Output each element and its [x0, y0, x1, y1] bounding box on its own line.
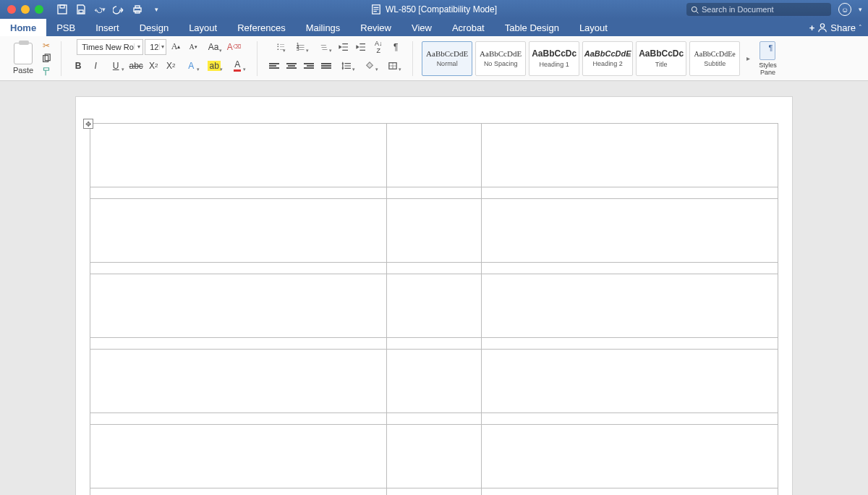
zoom-window-button[interactable]	[35, 5, 43, 14]
tab-design[interactable]: Design	[129, 19, 179, 36]
table-cell[interactable]	[482, 425, 778, 488]
text-effects-button[interactable]: A	[180, 58, 202, 74]
cut-button[interactable]: ✂	[41, 41, 52, 51]
tab-view[interactable]: View	[401, 19, 442, 36]
table-cell[interactable]	[482, 187, 778, 199]
table-cell[interactable]	[90, 413, 387, 425]
table-cell[interactable]	[482, 199, 778, 263]
tab-home[interactable]: Home	[0, 19, 46, 36]
styles-more-button[interactable]: ▸	[743, 41, 753, 76]
close-window-button[interactable]	[7, 5, 16, 14]
paste-button[interactable]: Paste	[9, 43, 38, 75]
highlight-button[interactable]: ab	[203, 58, 225, 74]
table-row[interactable]	[90, 338, 778, 350]
subscript-button[interactable]: X2	[145, 58, 161, 74]
decrease-indent-button[interactable]	[336, 39, 352, 55]
table-cell[interactable]	[386, 413, 482, 425]
table-cell[interactable]	[482, 413, 778, 425]
line-spacing-button[interactable]	[336, 58, 357, 74]
shrink-font-button[interactable]: A▾	[185, 39, 201, 55]
table-cell[interactable]	[90, 187, 387, 199]
align-left-button[interactable]	[266, 58, 282, 74]
table-cell[interactable]	[90, 338, 387, 350]
font-name-combo[interactable]: Times New Ro...▾	[77, 39, 143, 55]
sort-button[interactable]: A↓Z	[370, 39, 386, 55]
show-marks-button[interactable]: ¶	[388, 39, 404, 55]
style-heading-2[interactable]: AaBbCcDdEHeading 2	[582, 41, 633, 76]
table-row[interactable]	[90, 413, 778, 425]
justify-button[interactable]	[318, 58, 334, 74]
table-cell[interactable]	[90, 274, 387, 338]
styles-pane-button[interactable]: Styles Pane	[756, 41, 780, 76]
borders-button[interactable]	[382, 58, 404, 74]
clear-formatting-button[interactable]: A⌫	[226, 39, 242, 55]
table-cell[interactable]	[386, 488, 482, 496]
copy-button[interactable]	[41, 54, 52, 64]
underline-button[interactable]: U	[105, 58, 127, 74]
table-row[interactable]	[90, 199, 778, 263]
table-row[interactable]	[90, 187, 778, 199]
table-cell[interactable]	[90, 425, 387, 488]
print-icon[interactable]	[132, 4, 143, 15]
tab-insert[interactable]: Insert	[85, 19, 129, 36]
style-no-spacing[interactable]: AaBbCcDdENo Spacing	[475, 41, 526, 76]
feedback-dropdown-icon[interactable]: ▾	[859, 6, 862, 13]
table-cell[interactable]	[90, 124, 387, 187]
table-cell[interactable]	[386, 187, 482, 199]
table-row[interactable]	[90, 350, 778, 413]
qat-customize-icon[interactable]: ▾	[150, 4, 162, 15]
share-button[interactable]: + Share ˄	[809, 19, 868, 36]
style-subtitle[interactable]: AaBbCcDdEeSubtitle	[689, 41, 740, 76]
tab-review[interactable]: Review	[350, 19, 401, 36]
tab-mailings[interactable]: Mailings	[296, 19, 351, 36]
tab-references[interactable]: References	[227, 19, 295, 36]
table-row[interactable]	[90, 425, 778, 488]
tab-table-design[interactable]: Table Design	[495, 19, 569, 36]
feedback-icon[interactable]: ☺	[838, 3, 851, 16]
tab-psb[interactable]: PSB	[46, 19, 85, 36]
table-cell[interactable]	[386, 338, 482, 350]
tab-acrobat[interactable]: Acrobat	[442, 19, 495, 36]
document-table[interactable]	[90, 123, 778, 495]
table-cell[interactable]	[482, 263, 778, 274]
font-color-button[interactable]: A	[226, 58, 248, 74]
table-cell[interactable]	[482, 274, 778, 338]
align-right-button[interactable]	[301, 58, 317, 74]
table-row[interactable]	[90, 124, 778, 187]
bullets-button[interactable]	[266, 39, 288, 55]
table-cell[interactable]	[90, 350, 387, 413]
table-cell[interactable]	[90, 263, 387, 274]
tab-layout[interactable]: Layout	[569, 19, 618, 36]
increase-indent-button[interactable]	[353, 39, 369, 55]
search-input[interactable]: Search in Document	[686, 3, 831, 16]
bold-button[interactable]: B	[70, 58, 86, 74]
redo-icon[interactable]	[113, 4, 124, 15]
strikethrough-button[interactable]: abc	[128, 58, 144, 74]
table-move-handle[interactable]: ✥	[83, 119, 93, 129]
table-cell[interactable]	[386, 199, 482, 263]
align-center-button[interactable]	[284, 58, 299, 74]
grow-font-button[interactable]: A▴	[168, 39, 184, 55]
tab-layout[interactable]: Layout	[179, 19, 227, 36]
numbering-button[interactable]: 1—2—3—	[289, 39, 311, 55]
document-canvas[interactable]: ✥	[0, 81, 868, 495]
change-case-button[interactable]: Aa	[203, 39, 224, 55]
multilevel-list-button[interactable]: — — —	[312, 39, 334, 55]
font-size-combo[interactable]: 12▾	[145, 39, 166, 55]
table-cell[interactable]	[386, 263, 482, 274]
table-cell[interactable]	[90, 199, 387, 263]
format-painter-button[interactable]	[41, 67, 52, 77]
table-cell[interactable]	[386, 274, 482, 338]
undo-icon[interactable]: ▾	[94, 4, 106, 15]
table-row[interactable]	[90, 263, 778, 274]
table-row[interactable]	[90, 488, 778, 496]
table-cell[interactable]	[482, 124, 778, 187]
style-normal[interactable]: AaBbCcDdENormal	[422, 41, 472, 76]
table-cell[interactable]	[386, 425, 482, 488]
shading-button[interactable]	[359, 58, 380, 74]
table-cell[interactable]	[386, 124, 482, 187]
superscript-button[interactable]: X2	[163, 58, 179, 74]
style-heading-1[interactable]: AaBbCcDcHeading 1	[529, 41, 579, 76]
table-cell[interactable]	[482, 488, 778, 496]
collapse-ribbon-icon[interactable]: ˄	[859, 24, 862, 31]
